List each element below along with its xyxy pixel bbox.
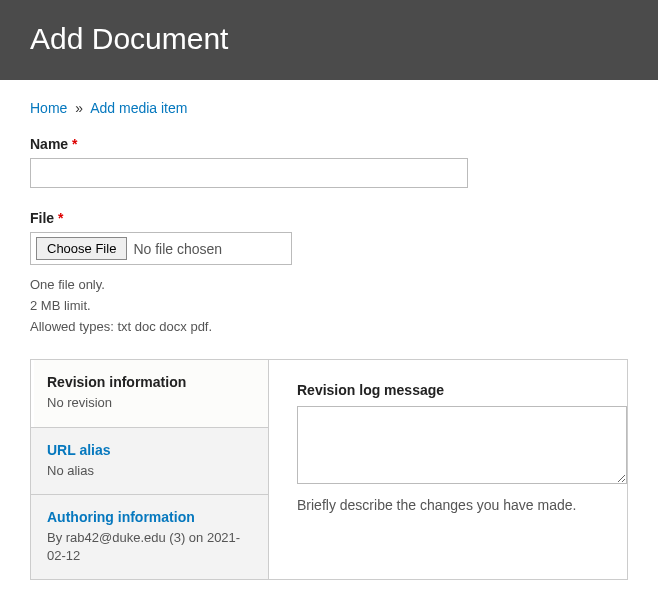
revision-log-label: Revision log message <box>297 382 627 398</box>
name-label-text: Name <box>30 136 68 152</box>
breadcrumb: Home » Add media item <box>30 100 628 116</box>
vtab-url-alias[interactable]: URL alias No alias <box>31 428 268 495</box>
vtab-title: Authoring information <box>47 509 252 525</box>
file-input-row: Choose File No file chosen <box>30 232 292 265</box>
field-file: File * Choose File No file chosen One fi… <box>30 210 628 337</box>
required-asterisk: * <box>58 210 63 226</box>
vtab-title: URL alias <box>47 442 252 458</box>
page-header: Add Document <box>0 0 658 80</box>
field-name: Name * <box>30 136 628 188</box>
name-input[interactable] <box>30 158 468 188</box>
file-label: File * <box>30 210 63 226</box>
breadcrumb-separator: » <box>71 100 87 116</box>
vtab-revision-information[interactable]: Revision information No revision <box>31 360 268 427</box>
required-asterisk: * <box>72 136 77 152</box>
file-label-text: File <box>30 210 54 226</box>
breadcrumb-home[interactable]: Home <box>30 100 67 116</box>
vtab-subtitle: No revision <box>47 394 252 412</box>
revision-help-text: Briefly describe the changes you have ma… <box>297 497 627 513</box>
vtab-subtitle: No alias <box>47 462 252 480</box>
revision-log-textarea[interactable] <box>297 406 627 484</box>
file-status: No file chosen <box>133 241 222 257</box>
vtab-title: Revision information <box>47 374 252 390</box>
vtab-subtitle: By rab42@duke.edu (3) on 2021-02-12 <box>47 529 252 565</box>
file-help-line: 2 MB limit. <box>30 296 628 317</box>
file-help: One file only. 2 MB limit. Allowed types… <box>30 275 628 337</box>
breadcrumb-add-media[interactable]: Add media item <box>90 100 187 116</box>
file-help-line: Allowed types: txt doc docx pdf. <box>30 317 628 338</box>
name-label: Name * <box>30 136 77 152</box>
file-help-line: One file only. <box>30 275 628 296</box>
choose-file-button[interactable]: Choose File <box>36 237 127 260</box>
vtab-content: Revision log message Briefly describe th… <box>269 360 627 579</box>
page-title: Add Document <box>30 22 628 56</box>
vertical-tabs-list: Revision information No revision URL ali… <box>31 360 269 579</box>
vertical-tabs-panel: Revision information No revision URL ali… <box>30 359 628 580</box>
content: Home » Add media item Name * File * Choo… <box>0 80 658 599</box>
vtab-authoring-information[interactable]: Authoring information By rab42@duke.edu … <box>31 495 268 579</box>
